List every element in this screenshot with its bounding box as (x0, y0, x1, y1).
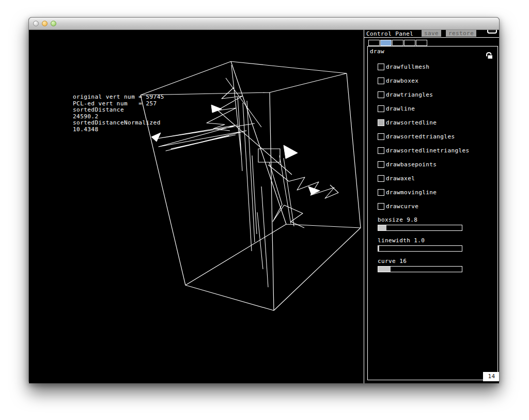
debug-info-text: original vert num = 59745 PCL-ed vert nu… (73, 94, 164, 133)
checkbox-label: drawbasepoints (386, 161, 437, 168)
slider-boxsize: boxsize 9.8 (378, 217, 462, 231)
checkbox-label: drawmovingline (386, 189, 437, 196)
checkbox-box[interactable] (378, 119, 384, 126)
checkbox-label: drawaxel (386, 175, 415, 182)
panel-tab-bar (368, 40, 427, 46)
wireframe-box (141, 61, 361, 310)
zoom-button[interactable] (51, 21, 56, 26)
panel-tab[interactable] (380, 40, 392, 46)
checkbox-row[interactable]: drawcurve (378, 203, 497, 210)
checkbox-box[interactable] (378, 175, 384, 182)
checkbox-label: drawboxex (386, 77, 418, 84)
control-panel: Control Panel save restore draw (364, 30, 499, 383)
draw-group-panel: draw drawfullmesh drawboxex (367, 46, 498, 380)
window-titlebar[interactable] (29, 18, 499, 30)
checkbox-row[interactable]: drawsortedline (378, 119, 497, 126)
checkbox-label: drawcurve (386, 203, 418, 210)
unlock-icon[interactable] (485, 51, 493, 59)
checkbox-label: drawtriangles (386, 91, 433, 98)
panel-tab[interactable] (416, 40, 427, 46)
checkbox-box[interactable] (378, 147, 384, 154)
fps-counter: 14 (483, 372, 499, 381)
info-line: original vert num = 59745 (73, 94, 164, 100)
checkbox-label: drawfullmesh (386, 64, 429, 70)
control-panel-title: Control Panel (366, 30, 413, 37)
checkbox-label: drawline (386, 105, 415, 112)
slider-label: linewidth 1.0 (378, 238, 462, 244)
info-line: 10.4348 (73, 126, 99, 133)
save-button[interactable]: save (422, 30, 441, 37)
checkbox-row[interactable]: drawline (378, 105, 497, 112)
checkbox-row[interactable]: drawbasepoints (378, 161, 497, 168)
slider-curve: curve 16 (378, 258, 462, 272)
panel-tab[interactable] (368, 40, 380, 46)
checkbox-box[interactable] (378, 64, 384, 70)
checkbox-box[interactable] (378, 91, 384, 98)
panel-tab[interactable] (404, 40, 415, 46)
checkbox-row[interactable]: drawfullmesh (378, 64, 497, 70)
draw-group-controls: drawfullmesh drawboxex drawtriangles dra… (368, 64, 497, 272)
draw-group-title: draw (370, 48, 384, 55)
checkbox-box[interactable] (378, 203, 384, 210)
info-line: sortedDistanceNormalized (73, 119, 161, 126)
slider-track[interactable] (378, 225, 462, 231)
checkbox-row[interactable]: drawmovingline (378, 189, 497, 196)
gl-viewport[interactable]: original vert num = 59745 PCL-ed vert nu… (29, 30, 364, 383)
checkbox-box[interactable] (378, 77, 384, 84)
window-content: original vert num = 59745 PCL-ed vert nu… (29, 30, 499, 383)
info-line: PCL-ed vert num = 257 (73, 100, 157, 107)
checkbox-box[interactable] (378, 105, 384, 112)
checkbox-row[interactable]: drawaxel (378, 175, 497, 182)
panel-tab[interactable] (392, 40, 403, 46)
checkbox-label: drawsortedtriangles (386, 133, 455, 140)
slider-label: curve 16 (378, 258, 462, 265)
slider-linewidth: linewidth 1.0 (378, 238, 462, 252)
slider-fill (378, 225, 386, 230)
slider-label: boxsize 9.8 (378, 217, 462, 223)
checkbox-row[interactable]: drawtriangles (378, 91, 497, 98)
wireframe-arrowheads (151, 105, 320, 195)
slider-track[interactable] (378, 266, 462, 272)
checkbox-box[interactable] (378, 161, 384, 168)
checkbox-row[interactable]: drawsortedtriangles (378, 133, 497, 140)
slider-fill (378, 267, 391, 272)
checkbox-label: drawsortedline (386, 119, 437, 126)
slider-track[interactable] (378, 245, 462, 252)
checkbox-row[interactable]: drawsortedlinetriangles (378, 147, 497, 154)
info-line: 24590.2 (73, 113, 99, 120)
slider-fill (378, 246, 379, 251)
restore-button[interactable]: restore (446, 30, 476, 37)
checkbox-box[interactable] (378, 189, 384, 196)
minimize-button[interactable] (42, 21, 48, 26)
info-line: sortedDistance (73, 106, 124, 113)
checkbox-box[interactable] (378, 133, 384, 140)
wireframe-graphic (29, 30, 364, 383)
checkbox-label: drawsortedlinetriangles (386, 147, 470, 154)
checkbox-row[interactable]: drawboxex (378, 77, 497, 84)
wireframe-sortedline (154, 65, 338, 287)
app-window: original vert num = 59745 PCL-ed vert nu… (28, 17, 500, 383)
close-button[interactable] (33, 21, 39, 26)
control-panel-header: Control Panel save restore (364, 30, 499, 38)
panel-collapse-button[interactable] (487, 30, 497, 34)
